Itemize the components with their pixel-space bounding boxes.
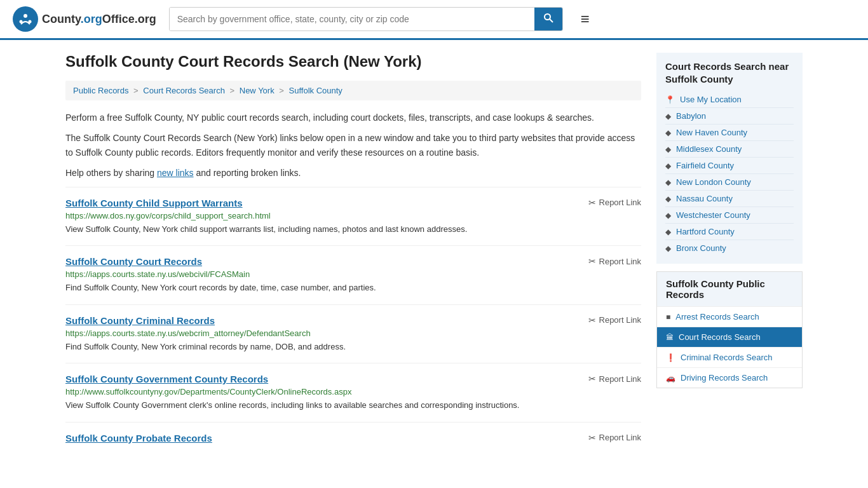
record-title[interactable]: Suffolk County Government County Records [65, 374, 268, 384]
record-desc: Find Suffolk County, New York court reco… [65, 281, 641, 294]
public-record-label: Driving Records Search [681, 373, 768, 383]
diamond-icon: ◆ [665, 244, 671, 253]
nearby-item[interactable]: ◆New Haven County [665, 125, 794, 141]
report-link[interactable]: ✂ Report Link [588, 433, 641, 443]
desc-3-suffix: and reporting broken links. [194, 168, 301, 178]
nearby-item[interactable]: ◆Bronx County [665, 240, 794, 256]
nearby-item-label: Middlesex County [676, 144, 742, 154]
report-link[interactable]: ✂ Report Link [588, 198, 641, 208]
public-records-title: Suffolk County Public Records [657, 272, 802, 306]
breadcrumb: Public Records > Court Records Search > … [65, 81, 641, 100]
hamburger-menu[interactable]: ≡ [581, 10, 590, 28]
report-link[interactable]: ✂ Report Link [588, 256, 641, 266]
diamond-icon: ◆ [665, 194, 671, 203]
nearby-item[interactable]: ◆New London County [665, 174, 794, 191]
nearby-title: Court Records Search near Suffolk County [665, 60, 794, 85]
breadcrumb-public-records[interactable]: Public Records [73, 86, 128, 95]
page-title: Suffolk County Court Records Search (New… [65, 53, 641, 71]
record-desc: Find Suffolk County, New York criminal r… [65, 341, 641, 353]
record-url[interactable]: https://iapps.courts.state.ny.us/webcrim… [65, 329, 641, 338]
public-records-list: ■Arrest Records Search🏛Court Records Sea… [657, 306, 802, 388]
search-input[interactable] [170, 8, 534, 30]
record-url[interactable]: https://www.dos.ny.gov/corps/child_suppo… [65, 211, 641, 220]
public-record-item[interactable]: 🏛Court Records Search [657, 327, 802, 347]
record-header: Suffolk County Court Records ✂ Report Li… [65, 256, 641, 267]
nearby-item[interactable]: ◆Fairfield County [665, 158, 794, 174]
report-icon: ✂ [588, 256, 596, 266]
record-url[interactable]: https://iapps.courts.state.ny.us/webcivi… [65, 269, 641, 279]
main-container: Suffolk County Court Records Search (New… [53, 40, 815, 466]
record-item: Suffolk County Probate Records ✂ Report … [65, 422, 641, 454]
desc-1: Perform a free Suffolk County, NY public… [65, 111, 641, 125]
desc-3-prefix: Help others by sharing [65, 168, 157, 178]
record-title[interactable]: Suffolk County Probate Records [65, 433, 212, 444]
svg-point-2 [20, 20, 23, 24]
nearby-item-label: Bronx County [676, 243, 726, 253]
desc-3: Help others by sharing new links and rep… [65, 166, 641, 180]
breadcrumb-sep1: > [133, 86, 140, 95]
report-icon: ✂ [588, 433, 596, 443]
diamond-icon: ◆ [665, 211, 671, 220]
search-button[interactable] [534, 8, 562, 30]
record-desc: View Suffolk County, New York child supp… [65, 223, 641, 236]
breadcrumb-suffolk[interactable]: Suffolk County [289, 86, 342, 95]
report-icon: ✂ [588, 374, 596, 384]
new-links-link[interactable]: new links [157, 168, 194, 178]
nearby-item-label: Fairfield County [676, 161, 734, 170]
driving-icon: 🚗 [666, 374, 675, 383]
nearby-item-label: New Haven County [676, 128, 747, 137]
nearby-item[interactable]: 📍Use My Location [665, 92, 794, 108]
nearby-list: 📍Use My Location◆Babylon◆New Haven Count… [665, 92, 794, 256]
records-list: Suffolk County Child Support Warrants ✂ … [65, 187, 641, 454]
svg-point-3 [29, 20, 32, 24]
nearby-item[interactable]: ◆Middlesex County [665, 141, 794, 158]
svg-point-1 [24, 14, 27, 18]
svg-line-5 [550, 19, 553, 22]
desc-2: The Suffolk County Court Records Search … [65, 131, 641, 159]
nearby-item-label: Use My Location [680, 95, 742, 104]
breadcrumb-new-york[interactable]: New York [240, 86, 275, 95]
diamond-icon: ◆ [665, 161, 671, 170]
public-record-item[interactable]: ❗Criminal Records Search [657, 347, 802, 367]
report-icon: ✂ [588, 315, 596, 325]
nearby-item-label: New London County [676, 177, 751, 187]
diamond-icon: ◆ [665, 128, 671, 137]
report-link[interactable]: ✂ Report Link [588, 315, 641, 325]
report-link[interactable]: ✂ Report Link [588, 374, 641, 384]
diamond-icon: ◆ [665, 112, 671, 121]
diamond-icon: ◆ [665, 178, 671, 187]
nearby-item-label: Westchester County [676, 210, 750, 220]
record-item: Suffolk County Government County Records… [65, 363, 641, 422]
public-records-section: Suffolk County Public Records ■Arrest Re… [656, 271, 803, 388]
record-title[interactable]: Suffolk County Criminal Records [65, 315, 215, 326]
record-header: Suffolk County Child Support Warrants ✂ … [65, 198, 641, 208]
record-url[interactable]: http://www.suffolkcountyny.gov/Departmen… [65, 387, 641, 396]
record-desc: View Suffolk County Government clerk's o… [65, 399, 641, 412]
sidebar: Court Records Search near Suffolk County… [656, 53, 803, 454]
nearby-item-label: Nassau County [676, 194, 733, 203]
nearby-item-label: Babylon [676, 111, 706, 121]
nearby-item[interactable]: ◆Nassau County [665, 191, 794, 207]
court-icon: 🏛 [666, 333, 674, 342]
header: County.orgOffice.org ≡ [0, 0, 868, 40]
nearby-item[interactable]: ◆Westchester County [665, 207, 794, 224]
public-record-item[interactable]: ■Arrest Records Search [657, 306, 802, 327]
svg-point-4 [545, 14, 550, 20]
nearby-item[interactable]: ◆Hartford County [665, 224, 794, 240]
public-record-item[interactable]: 🚗Driving Records Search [657, 367, 802, 388]
logo-text: County.orgOffice.org [42, 13, 156, 26]
logo-icon [13, 6, 38, 32]
record-title[interactable]: Suffolk County Child Support Warrants [65, 198, 243, 208]
criminal-icon: ❗ [666, 353, 675, 362]
record-item: Suffolk County Child Support Warrants ✂ … [65, 187, 641, 246]
location-icon: 📍 [665, 95, 675, 104]
diamond-icon: ◆ [665, 145, 671, 154]
record-title[interactable]: Suffolk County Court Records [65, 256, 202, 267]
nearby-item[interactable]: ◆Babylon [665, 108, 794, 125]
nearby-section: Court Records Search near Suffolk County… [656, 53, 803, 264]
breadcrumb-sep3: > [279, 86, 286, 95]
breadcrumb-court-records[interactable]: Court Records Search [143, 86, 225, 95]
record-item: Suffolk County Criminal Records ✂ Report… [65, 304, 641, 363]
logo-link[interactable]: County.orgOffice.org [13, 6, 156, 32]
arrest-icon: ■ [666, 313, 670, 322]
